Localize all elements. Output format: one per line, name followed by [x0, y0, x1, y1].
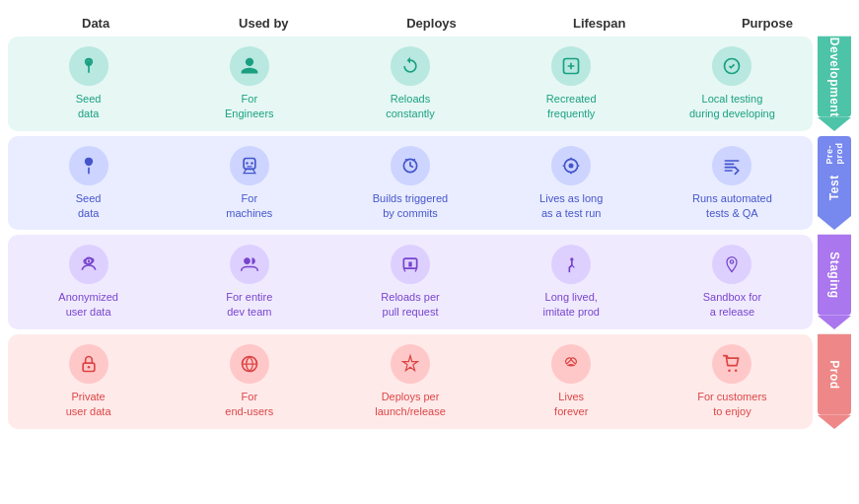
cell-test-2: Builds triggered by commits: [329, 136, 490, 231]
env-tag-prod: Prod: [818, 334, 851, 429]
col-header-data: Data: [12, 16, 179, 31]
cell-label-staging-4: Sandbox for a release: [703, 290, 761, 320]
cell-label-development-1: For Engineers: [225, 92, 274, 121]
cell-staging-0: Anonymized user data: [8, 235, 169, 329]
cell-label-prod-4: For customers to enjoy: [697, 390, 766, 419]
env-tag-test: Pre-prodTest: [818, 136, 851, 231]
cell-label-prod-1: For end-users: [225, 390, 273, 419]
svg-point-17: [87, 366, 90, 369]
cell-staging-1: For entire dev team: [169, 235, 329, 329]
icon-staging-4: [712, 245, 752, 284]
icon-development-4: [712, 46, 752, 86]
cell-label-development-3: Recreated frequently: [546, 92, 597, 121]
cell-label-test-3: Lives as long as a test run: [539, 191, 603, 221]
cell-label-test-4: Runs automated tests & QA: [692, 191, 772, 221]
svg-point-20: [735, 369, 738, 372]
col-header-lifespan: Lifespan: [516, 16, 683, 31]
env-tag-development: Development: [818, 36, 851, 131]
cell-development-2: Reloads constantly: [329, 36, 490, 131]
icon-prod-0: [69, 344, 108, 384]
svg-point-10: [569, 163, 574, 168]
icon-test-0: [69, 146, 108, 185]
cell-staging-2: Reloads per pull request: [329, 235, 490, 329]
cell-development-1: For Engineers: [169, 36, 329, 131]
env-tag-tip-prod: [818, 415, 851, 429]
cell-label-staging-0: Anonymized user data: [58, 290, 118, 320]
cell-prod-0: Private user data: [8, 334, 169, 429]
env-tag-tip-test: [818, 216, 851, 230]
icon-staging-1: [230, 245, 269, 284]
section-development: Seed dataFor EngineersReloads constantly…: [8, 36, 851, 131]
cell-staging-4: Sandbox for a release: [652, 235, 813, 329]
cell-label-staging-2: Reloads per pull request: [381, 290, 439, 320]
env-tag-body-development: Development: [818, 36, 851, 117]
icon-test-4: [712, 146, 752, 185]
env-tag-staging: Staging: [818, 235, 851, 329]
cell-label-development-4: Local testing during developing: [689, 92, 775, 121]
icon-prod-4: [712, 344, 752, 384]
cell-label-development-2: Reloads constantly: [386, 92, 435, 121]
cell-prod-1: For end-users: [169, 334, 329, 429]
svg-point-6: [246, 162, 249, 165]
svg-point-12: [87, 260, 90, 263]
cell-development-3: Recreated frequently: [491, 36, 652, 131]
icon-staging-0: [69, 245, 108, 284]
cell-test-3: Lives as long as a test run: [491, 136, 652, 231]
svg-rect-5: [244, 158, 255, 169]
cell-staging-3: Long lived, imitate prod: [491, 235, 652, 329]
section-test: Seed dataFor machinesBuilds triggered by…: [8, 136, 851, 231]
svg-point-7: [251, 162, 253, 165]
col-header-deploys: Deploys: [347, 16, 515, 31]
cell-label-test-2: Builds triggered by commits: [373, 191, 448, 221]
cell-label-test-1: For machines: [226, 191, 272, 221]
icon-prod-1: [230, 344, 269, 384]
cell-label-development-0: Seed data: [76, 92, 102, 121]
icon-development-3: [551, 46, 591, 86]
cell-prod-3: Lives forever: [491, 334, 652, 429]
cell-label-prod-2: Deploys per launch/release: [375, 390, 446, 419]
icon-staging-2: [391, 245, 430, 284]
env-tag-tip-development: [818, 117, 851, 131]
icon-prod-3: [551, 344, 591, 384]
icon-prod-2: [391, 344, 430, 384]
env-tag-body-staging: Staging: [818, 235, 851, 316]
env-tag-body-prod: Prod: [818, 334, 851, 415]
cell-label-test-0: Seed data: [76, 191, 102, 221]
cell-prod-4: For customers to enjoy: [652, 334, 813, 429]
icon-development-1: [230, 46, 269, 86]
cell-development-4: Local testing during developing: [652, 36, 813, 131]
cell-prod-2: Deploys per launch/release: [329, 334, 490, 429]
icon-test-1: [230, 146, 269, 185]
section-prod: Private user dataFor end-usersDeploys pe…: [8, 334, 851, 429]
cell-development-0: Seed data: [8, 36, 169, 131]
cell-test-4: Runs automated tests & QA: [652, 136, 813, 231]
main-container: Data Used by Deploys Lifespan Purpose Se…: [0, 0, 859, 442]
icon-test-2: [391, 146, 430, 185]
col-header-usedby: Used by: [179, 16, 347, 31]
icon-staging-3: [551, 245, 591, 284]
cell-label-prod-0: Private user data: [66, 390, 111, 419]
section-staging: Anonymized user dataFor entire dev teamR…: [8, 235, 851, 329]
svg-point-19: [729, 369, 732, 372]
env-tag-body-test: Pre-prodTest: [818, 136, 851, 217]
icon-test-3: [551, 146, 591, 185]
icon-development-2: [391, 46, 430, 86]
column-headers: Data Used by Deploys Lifespan Purpose: [8, 16, 851, 31]
cell-test-0: Seed data: [8, 136, 169, 231]
cell-label-staging-3: Long lived, imitate prod: [542, 290, 599, 320]
col-header-purpose: Purpose: [683, 16, 851, 31]
env-tag-tip-staging: [818, 316, 851, 329]
cell-label-prod-3: Lives forever: [554, 390, 588, 419]
icon-development-0: [69, 46, 108, 86]
cell-label-staging-1: For entire dev team: [226, 290, 272, 320]
cell-test-1: For machines: [169, 136, 329, 231]
